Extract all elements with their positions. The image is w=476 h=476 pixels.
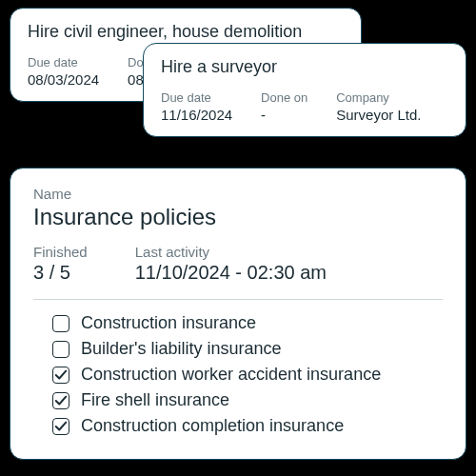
last-activity-field: Last activity 11/10/2024 - 02:30 am bbox=[135, 244, 327, 284]
due-date-label: Due date bbox=[28, 55, 99, 69]
due-date-value: 08/03/2024 bbox=[28, 71, 99, 88]
checklist-item[interactable]: Construction completion insurance bbox=[52, 416, 443, 436]
due-date-label: Due date bbox=[161, 90, 232, 105]
checklist-item[interactable]: Fire shell insurance bbox=[52, 390, 443, 410]
finished-value: 3 / 5 bbox=[33, 262, 88, 284]
check-icon bbox=[54, 394, 68, 407]
checkbox[interactable] bbox=[52, 392, 69, 409]
checklist-item-label: Construction insurance bbox=[81, 313, 256, 333]
checkbox[interactable] bbox=[52, 315, 69, 332]
checklist-item-label: Construction completion insurance bbox=[81, 416, 344, 436]
task-meta: Due date 11/16/2024 Done on - Company Su… bbox=[161, 90, 448, 123]
checklist-item-label: Fire shell insurance bbox=[81, 390, 229, 410]
checklist-item[interactable]: Construction insurance bbox=[52, 313, 443, 333]
company-field: Company Surveyor Ltd. bbox=[336, 90, 421, 123]
checkbox[interactable] bbox=[52, 367, 69, 384]
due-date-field: Due date 08/03/2024 bbox=[28, 55, 99, 88]
name-label: Name bbox=[33, 186, 443, 202]
name-value: Insurance policies bbox=[33, 204, 443, 230]
checklist-item-label: Builder's liability insurance bbox=[81, 339, 282, 359]
finished-label: Finished bbox=[33, 244, 88, 260]
checklist-card-insurance[interactable]: Name Insurance policies Finished 3 / 5 L… bbox=[10, 168, 466, 460]
due-date-value: 11/16/2024 bbox=[161, 107, 232, 123]
company-value: Surveyor Ltd. bbox=[336, 107, 421, 123]
checklist-item-label: Construction worker accident insurance bbox=[81, 365, 381, 385]
done-on-field: Done on - bbox=[261, 90, 307, 123]
checkbox[interactable] bbox=[52, 418, 69, 435]
divider bbox=[33, 299, 443, 300]
check-icon bbox=[54, 420, 68, 433]
last-activity-value: 11/10/2024 - 02:30 am bbox=[135, 262, 327, 284]
checklist-item[interactable]: Construction worker accident insurance bbox=[52, 365, 443, 385]
done-on-label: Done on bbox=[261, 90, 307, 105]
task-title: Hire a surveyor bbox=[161, 57, 448, 77]
checklist-stats: Finished 3 / 5 Last activity 11/10/2024 … bbox=[33, 244, 443, 284]
check-icon bbox=[54, 368, 68, 382]
last-activity-label: Last activity bbox=[135, 244, 327, 260]
checklist-item[interactable]: Builder's liability insurance bbox=[52, 339, 443, 359]
due-date-field: Due date 11/16/2024 bbox=[161, 90, 232, 123]
finished-field: Finished 3 / 5 bbox=[33, 244, 88, 284]
task-card-surveyor[interactable]: Hire a surveyor Due date 11/16/2024 Done… bbox=[143, 43, 466, 137]
task-title: Hire civil engineer, house demolition bbox=[28, 22, 344, 42]
company-label: Company bbox=[336, 90, 421, 105]
checkbox[interactable] bbox=[52, 341, 69, 358]
checklist: Construction insuranceBuilder's liabilit… bbox=[33, 313, 443, 436]
done-on-value: - bbox=[261, 107, 307, 123]
